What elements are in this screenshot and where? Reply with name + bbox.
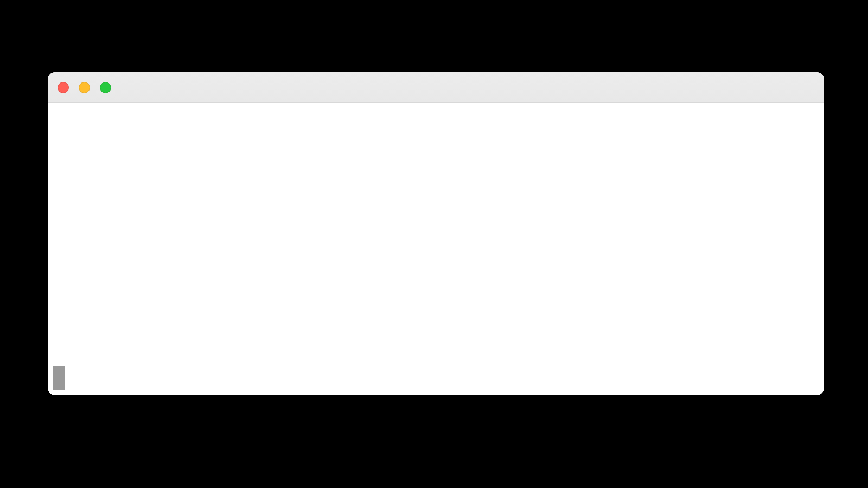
text-cursor [53, 366, 65, 390]
traffic-lights-group [58, 82, 111, 93]
window-titlebar[interactable] [48, 72, 824, 103]
minimize-button[interactable] [79, 82, 90, 93]
maximize-button[interactable] [100, 82, 111, 93]
close-button[interactable] [58, 82, 69, 93]
terminal-content[interactable] [48, 103, 824, 395]
terminal-window [48, 72, 824, 395]
